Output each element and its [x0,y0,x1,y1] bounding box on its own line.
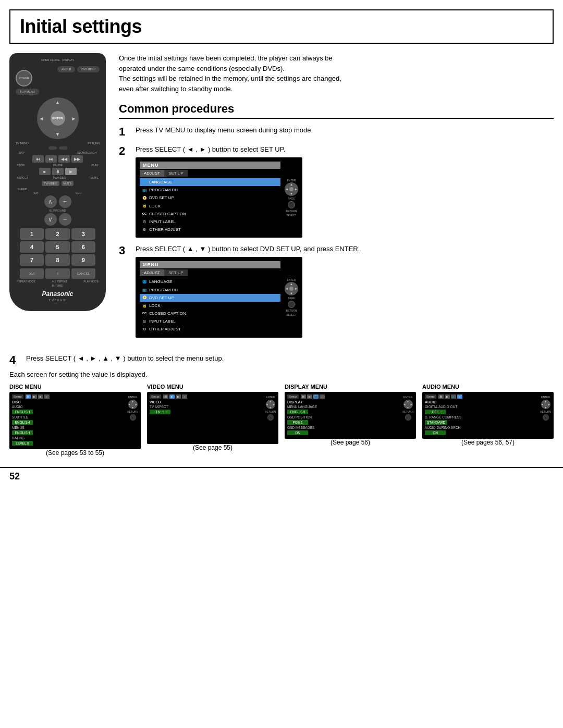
dpad-down[interactable]: ▼ [55,131,60,137]
fast-fwd-button[interactable]: ▶▶ [71,155,83,163]
nav-center-1 [289,187,293,191]
video-menu-box: Setup 🖥 ▶ ▶ ♪ VIDEO TV ASPECT [147,392,278,444]
disc-menu-label: DISC MENU [9,384,141,390]
dpad: ▲ ▼ ◄ ► ENTER [37,97,79,139]
nav-center-2 [289,287,293,291]
num2-button[interactable]: 2 [45,228,69,240]
nav-dpad-1: ▲ ▼ ◄ ► [285,182,298,196]
num9-button[interactable]: 9 [71,254,95,266]
stop-pause-play-btns: ■ ⏸ ▶ [16,168,100,175]
disc-row-rating: RATING [12,436,126,440]
display-menu-label: DISPLAY MENU [285,384,416,390]
dpad-right[interactable]: ► [71,116,77,121]
num5-button[interactable]: 5 [45,241,69,253]
page-title: Initial settings [20,16,543,38]
nav-dpad-2: ▲ ▼ ◄ ► [285,282,298,295]
remote-top-buttons: POWER ANGLE DVD MENU [16,63,100,87]
aspect-tvvideo-mute-btns: TV/VIDEO MUTE [16,181,100,186]
menu-main-2: MENU ADJUST SET UP 🌐 LANGUAGE 📺 [140,261,280,333]
disc-menu-box: Setup 🖥 ▶ ▶ ♪ DISC AUDIO [9,392,141,449]
disc-see-pages: (See pages 53 to 55) [9,449,141,456]
cancel-button[interactable]: CANCEL [71,268,95,279]
num4-button[interactable]: 4 [20,241,44,253]
step3-content: Press SELECT ( ▲ , ▼ ) button to select … [136,245,554,337]
menu-box-1: MENU ADJUST SET UP 🌐 LANGUAGE 📺 [136,157,302,238]
brand-text: Panasonic [16,290,100,298]
vol-plus-button[interactable]: + [59,195,71,208]
menu-item-language-1: 🌐 LANGUAGE [140,178,280,186]
video-row-tvaspect: TV ASPECT [150,405,263,409]
menu-item-otheradjust-1: ⚙ OTHER ADJUST [140,226,280,233]
mute-button[interactable]: MUTE [62,181,74,186]
stop-pause-play-labels: STOP PAUSE PLAY [16,164,100,167]
skip-back-button[interactable]: ⏮ [32,155,44,163]
display-menu-item: DISPLAY MENU Setup 🖥 ▶ 📺 ♪ [285,384,416,456]
menu-tab-setup-1: SET UP [164,170,188,177]
num0-button[interactable]: 0 [45,268,69,279]
menu-item-lock-1: 🔒 LOCK [140,202,280,210]
remote-col: OPEN CLOSE DISPLAY POWER ANGLE DVD MENU [9,53,108,345]
tv-menu-return-btns [16,146,100,150]
menu-item-cc-1: CC CLOSED CAPTION [140,210,280,218]
audio-menu-item: AUDIO MENU Setup 🖥 ▶ 📺 ♪ [422,384,554,456]
bottom-row: ≥10 0 CANCEL [20,268,95,279]
dpad-up[interactable]: ▲ [55,100,60,105]
menu-tabs-2: ADJUST SET UP [140,269,280,276]
step1-content: Press TV MENU to display menu screen dur… [136,126,554,138]
model-text: TV/DVD [16,299,100,302]
return-label-2: RETURN [285,309,298,312]
menu-tabs-1: ADJUST SET UP [140,170,280,177]
menu-nav-1: ENTER ▲ ▼ ◄ ► PAGE RETURN [285,162,298,233]
return-label-1: PAGE [285,197,298,200]
aspect-button[interactable]: TV/VIDEO [42,181,59,186]
main-content: OPEN CLOSE DISPLAY POWER ANGLE DVD MENU [0,44,563,345]
pause-button[interactable]: ⏸ [52,168,64,175]
num3-button[interactable]: 3 [71,228,95,240]
return-circle-1 [288,201,295,208]
instructions-col: Once the intial settings have been compl… [119,53,554,345]
step4: 4 Press SELECT ( ◄ , ► , ▲ , ▼ ) button … [9,354,554,366]
num1-button[interactable]: 1 [20,228,44,240]
ch-down-button[interactable]: ∨ [44,213,57,226]
enter-button[interactable]: ENTER [51,111,65,126]
play-button[interactable]: ▶ [65,168,77,175]
num6-button[interactable]: 6 [71,241,95,253]
ch-vol-labels: CH VOL [16,191,100,194]
tv-menu-button[interactable] [48,146,57,150]
num10-button[interactable]: ≥10 [20,268,44,279]
menu-title-2: MENU [140,261,280,268]
angle-button[interactable]: ANGLE [57,66,76,72]
ch-vol-btns: ∧ + [16,195,100,208]
menu-item-programch-1: 📺 PROGRAM CH [140,186,280,194]
stop-button[interactable]: ■ [39,168,51,175]
video-menu-item: VIDEO MENU Setup 🖥 ▶ ▶ ♪ [147,384,278,456]
vol-minus-button[interactable]: − [59,213,71,226]
skip-fwd-button[interactable]: ⏭ [45,155,57,163]
disc-menu-item: DISC MENU Setup 🖥 ▶ ▶ ♪ [9,384,141,456]
remote-control: OPEN CLOSE DISPLAY POWER ANGLE DVD MENU [9,53,106,311]
pause-label: PAUSE [53,164,63,167]
dpad-left[interactable]: ◄ [39,116,44,121]
open-close-label: OPEN CLOSE DISPLAY [16,58,100,61]
step1: 1 Press TV MENU to display menu screen d… [119,126,554,138]
dvd-menu-button[interactable]: DVD MENU [77,66,100,72]
rewind-button[interactable]: ◀◀ [58,155,70,163]
ch-up-button[interactable]: ∧ [44,195,57,208]
menu-nav-2: ENTER ▲ ▼ ◄ ► PAGE RETURN [285,261,298,333]
step3-text: Press SELECT ( ▲ , ▼ ) button to select … [136,245,554,253]
num8-button[interactable]: 8 [45,254,69,266]
num7-button[interactable]: 7 [20,254,44,266]
top-menu-button[interactable]: TOP MENU [16,89,39,95]
disc-tab-icon: 🖥 [26,394,31,399]
step2-number: 2 [119,145,130,157]
aspect-mute-labels: ASPECT TV/VIDEO MUTE [16,176,100,179]
select-text-1: SELECT [285,214,298,217]
power-button[interactable]: POWER [16,70,32,87]
audio-section-name: AUDIO [425,400,538,404]
display-section-name: DISPLAY [287,400,401,404]
disc-section-name: DISC [12,400,126,404]
disc-header: Setup 🖥 ▶ ▶ ♪ [12,394,126,399]
step2-text: Press SELECT ( ◄ , ► ) button to select … [136,145,554,153]
display-menu-box: Setup 🖥 ▶ 📺 ♪ DISPLAY MENU LANGUAGE [285,392,416,439]
return-button[interactable] [59,146,67,150]
